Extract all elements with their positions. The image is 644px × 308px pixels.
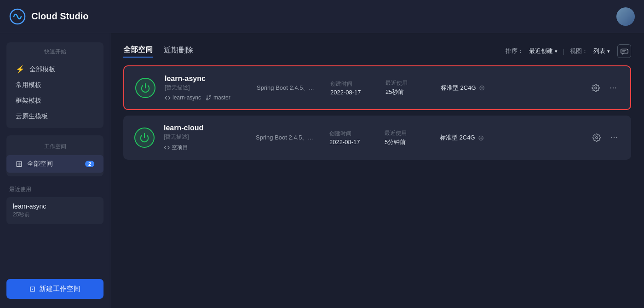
recent-item-name: learn-async xyxy=(13,203,97,210)
code-icon-2 xyxy=(164,145,170,151)
ws-template-learn-cloud: Spring Boot 2.4.5、... xyxy=(256,134,320,142)
view-chevron-icon: ▾ xyxy=(607,48,610,54)
power-icon-learn-cloud xyxy=(134,128,155,148)
sort-chevron-icon: ▾ xyxy=(555,48,558,54)
recent-item-learn-async[interactable]: learn-async 25秒前 xyxy=(6,197,104,224)
svg-point-9 xyxy=(613,87,614,88)
svg-point-10 xyxy=(615,87,616,88)
ws-name-learn-async: learn-async xyxy=(165,75,247,83)
ws-branch-tag: master xyxy=(206,94,230,101)
grid-icon: ⊞ xyxy=(16,159,23,169)
sidebar-item-framework-templates-label: 框架模板 xyxy=(16,97,41,105)
tab-recently-deleted[interactable]: 近期删除 xyxy=(164,46,193,57)
ws-desc-learn-cloud: [暂无描述] xyxy=(164,133,247,141)
ws-desc-learn-async: [暂无描述] xyxy=(165,84,247,92)
more-icon-2 xyxy=(610,134,618,142)
workspace-card-learn-cloud[interactable]: learn-cloud [暂无描述] 空项目 Spring Boot 2.4.5… xyxy=(123,116,631,160)
avatar-image xyxy=(616,7,635,26)
sidebar: 快速开始 ⚡ 全部模板 常用模板 框架模板 云原生模板 工作空间 ⊞ 全部空间 … xyxy=(0,33,110,308)
workspace-badge: 2 xyxy=(85,161,94,167)
sidebar-item-all-spaces[interactable]: ⊞ 全部空间 2 xyxy=(6,155,104,173)
tab-all-spaces[interactable]: 全部空间 xyxy=(123,45,153,58)
new-workspace-label: 新建工作空间 xyxy=(39,285,80,293)
code-icon xyxy=(165,95,171,101)
sidebar-item-framework-templates[interactable]: 框架模板 xyxy=(6,93,104,109)
svg-point-14 xyxy=(614,137,615,138)
ws-info-learn-async: learn-async [暂无描述] learn-async master xyxy=(165,75,247,101)
all-spaces-label: 全部空间 xyxy=(27,160,53,168)
toolbar-separator: | xyxy=(563,48,564,55)
ws-spec-learn-async: 标准型 2C4G ⊕ xyxy=(441,83,496,92)
quickstart-label: 快速开始 xyxy=(6,48,104,61)
gear-icon xyxy=(592,84,600,92)
tabs: 全部空间 近期删除 xyxy=(123,45,193,58)
new-workspace-icon: ⊡ xyxy=(29,285,35,293)
new-workspace-button[interactable]: ⊡ 新建工作空间 xyxy=(6,279,104,299)
upgrade-icon-learn-cloud[interactable]: ⊕ xyxy=(478,134,484,142)
content-area: 全部空间 近期删除 排序： 最近创建 ▾ | 视图： 列表 ▾ xyxy=(110,33,644,308)
sidebar-item-common-templates[interactable]: 常用模板 xyxy=(6,77,104,93)
recent-item-time: 25秒前 xyxy=(13,211,97,219)
ws-name-learn-cloud: learn-cloud xyxy=(164,124,247,132)
power-svg-2 xyxy=(139,133,150,143)
ws-template-learn-async: Spring Boot 2.4.5、... xyxy=(257,84,321,92)
toolbar: 排序： 最近创建 ▾ | 视图： 列表 ▾ xyxy=(506,47,610,55)
header-left: Cloud Studio xyxy=(9,8,88,25)
main-layout: 快速开始 ⚡ 全部模板 常用模板 框架模板 云原生模板 工作空间 ⊞ 全部空间 … xyxy=(0,33,644,308)
recent-section: 最近使用 learn-async 25秒前 xyxy=(0,186,110,224)
more-icon xyxy=(609,84,617,92)
sidebar-item-cloudnative-templates[interactable]: 云原生模板 xyxy=(6,109,104,124)
ws-created-learn-async: 创建时间 2022-08-17 xyxy=(330,80,376,96)
ws-actions-learn-cloud xyxy=(591,132,620,144)
logo-icon xyxy=(9,8,26,25)
sidebar-item-cloudnative-templates-label: 云原生模板 xyxy=(16,112,48,121)
lightning-icon: ⚡ xyxy=(16,65,25,74)
ws-spec-learn-cloud: 标准型 2C4G ⊕ xyxy=(440,134,495,142)
recent-label: 最近使用 xyxy=(6,186,104,197)
workspace-label: 工作空间 xyxy=(6,139,104,155)
sidebar-item-all-templates-label: 全部模板 xyxy=(29,65,55,74)
ws-recent-learn-cloud: 最近使用 5分钟前 xyxy=(385,129,431,146)
svg-point-13 xyxy=(611,137,612,138)
svg-point-12 xyxy=(596,137,598,139)
view-value[interactable]: 列表 ▾ xyxy=(593,47,610,55)
content-header: 全部空间 近期删除 排序： 最近创建 ▾ | 视图： 列表 ▾ xyxy=(123,44,631,58)
app-title: Cloud Studio xyxy=(31,11,88,22)
sidebar-item-all-templates[interactable]: ⚡ 全部模板 xyxy=(6,61,104,77)
workspace-card: 工作空间 ⊞ 全部空间 2 xyxy=(6,135,104,176)
more-button-learn-async[interactable] xyxy=(607,82,619,94)
avatar[interactable] xyxy=(616,7,635,26)
gear-icon-2 xyxy=(592,134,601,142)
svg-point-15 xyxy=(616,137,617,138)
ws-tags-learn-async: learn-async master xyxy=(165,94,247,101)
ws-repo-tag-2: 空项目 xyxy=(164,144,188,151)
branch-icon xyxy=(206,95,212,101)
ws-repo-tag: learn-async xyxy=(165,94,201,101)
upgrade-icon-learn-async[interactable]: ⊕ xyxy=(479,83,485,92)
ws-actions-learn-async xyxy=(590,82,619,94)
power-svg xyxy=(140,83,150,93)
header: Cloud Studio xyxy=(0,0,644,33)
announce-icon xyxy=(620,47,628,55)
ws-tags-learn-cloud: 空项目 xyxy=(164,144,247,151)
workspace-card-learn-async[interactable]: learn-async [暂无描述] learn-async master Sp… xyxy=(123,65,631,110)
ws-created-learn-cloud: 创建时间 2022-08-17 xyxy=(329,130,375,145)
sidebar-item-common-templates-label: 常用模板 xyxy=(16,81,41,89)
ws-info-learn-cloud: learn-cloud [暂无描述] 空项目 xyxy=(164,124,247,151)
workspace-list: learn-async [暂无描述] learn-async master Sp… xyxy=(123,65,631,160)
settings-button-learn-async[interactable] xyxy=(590,82,602,94)
announce-button[interactable] xyxy=(617,44,631,58)
ws-recent-learn-async: 最近使用 25秒前 xyxy=(385,79,431,96)
view-label: 视图： xyxy=(570,47,588,55)
svg-point-8 xyxy=(610,87,611,88)
power-icon-learn-async xyxy=(135,78,155,98)
more-button-learn-cloud[interactable] xyxy=(608,132,620,144)
sort-label: 排序： xyxy=(506,47,523,55)
quickstart-card: 快速开始 ⚡ 全部模板 常用模板 框架模板 云原生模板 xyxy=(6,42,104,128)
svg-point-7 xyxy=(595,87,597,89)
settings-button-learn-cloud[interactable] xyxy=(591,132,603,144)
sort-value[interactable]: 最近创建 ▾ xyxy=(529,47,558,55)
